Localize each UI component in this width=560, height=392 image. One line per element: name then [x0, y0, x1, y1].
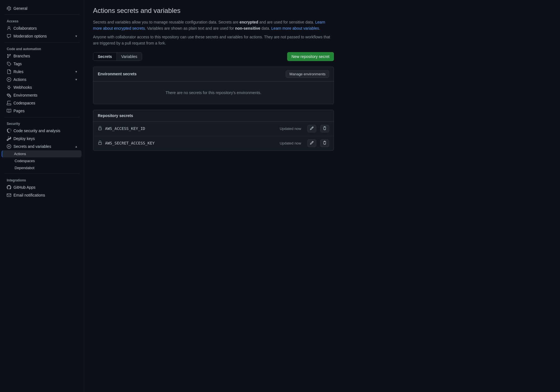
sidebar-item-email-notifications[interactable]: Email notifications: [2, 191, 82, 199]
delete-secret-button[interactable]: [320, 139, 329, 147]
webhook-icon: [7, 85, 11, 90]
learn-more-variables-link[interactable]: Learn more about variables: [271, 26, 319, 31]
edit-secret-button[interactable]: [307, 125, 316, 132]
main-content: Actions secrets and variables Secrets an…: [84, 0, 560, 392]
codespaces-icon: [7, 101, 11, 105]
sidebar-subitem-codespaces[interactable]: Codespaces: [2, 157, 82, 164]
edit-secret-button[interactable]: [307, 139, 316, 147]
sidebar-item-actions[interactable]: Actions ▾: [2, 76, 82, 83]
person-icon: [7, 26, 11, 31]
secrets-list: AWS_ACCESS_KEY_ID Updated now AWS_SECRET…: [93, 122, 334, 150]
mail-icon: [7, 193, 11, 197]
secret-updated: Updated now: [280, 141, 301, 145]
desc1-bold1: encrypted: [240, 20, 258, 24]
sidebar-subitem-dependabot-label: Dependabot: [15, 166, 34, 170]
repository-secrets-title: Repository secrets: [98, 113, 133, 118]
repository-secrets-header: Repository secrets: [93, 110, 334, 122]
environment-secrets-header: Environment secrets Manage environments: [93, 67, 334, 81]
description-1: Secrets and variables allow you to manag…: [93, 19, 334, 32]
sidebar-item-codespaces-label: Codespaces: [13, 101, 35, 105]
description-block: Secrets and variables allow you to manag…: [93, 19, 334, 46]
sidebar-item-moderation-label: Moderation options: [13, 34, 47, 38]
sidebar-subitem-actions-label: Actions: [14, 152, 26, 156]
page-title: Actions secrets and variables: [93, 7, 551, 15]
environment-secrets-empty: There are no secrets for this repository…: [93, 81, 334, 104]
environment-secrets-card: Environment secrets Manage environments …: [93, 67, 334, 104]
sidebar-item-secrets-variables[interactable]: Secrets and variables ▴: [2, 143, 82, 150]
code-automation-section-label: Code and automation: [0, 45, 84, 52]
divider-1: [4, 15, 79, 15]
tag-icon: [7, 62, 11, 66]
sidebar-item-environments-label: Environments: [13, 93, 38, 97]
sidebar-item-deploy-keys[interactable]: Deploy keys: [2, 135, 82, 143]
sidebar-item-collaborators[interactable]: Collaborators: [2, 24, 82, 32]
tab-variables[interactable]: Variables: [117, 53, 142, 60]
sidebar-item-collaborators-label: Collaborators: [13, 26, 37, 31]
secret-row: AWS_ACCESS_KEY_ID Updated now: [93, 122, 334, 136]
secret-row: AWS_SECRET_ACCESS_KEY Updated now: [93, 136, 334, 150]
plus-circle-icon: [7, 144, 11, 149]
sidebar-subitem-codespaces-label: Codespaces: [15, 159, 35, 163]
sidebar-item-tags-label: Tags: [13, 62, 22, 66]
sidebar-item-general[interactable]: General: [2, 4, 82, 12]
key-icon: [7, 136, 11, 141]
desc1-mid2: . Variables are shown as plain text and …: [145, 26, 235, 31]
sidebar-subitem-actions[interactable]: Actions: [2, 150, 82, 157]
branch-icon: [7, 54, 11, 58]
sidebar-item-tags[interactable]: Tags: [2, 60, 82, 68]
sidebar-item-rules[interactable]: Rules ▾: [2, 68, 82, 76]
desc1-period: .: [319, 26, 320, 31]
sidebar-item-general-label: General: [13, 6, 27, 11]
secret-updated: Updated now: [280, 127, 301, 131]
github-icon: [7, 185, 11, 190]
comment-icon: [7, 34, 11, 38]
sidebar-item-code-security-label: Code security and analysis: [13, 129, 60, 133]
secret-name: AWS_ACCESS_KEY_ID: [105, 126, 277, 131]
delete-secret-button[interactable]: [320, 125, 329, 132]
sidebar-item-deploy-keys-label: Deploy keys: [13, 136, 35, 141]
new-repository-secret-button[interactable]: New repository secret: [287, 52, 334, 61]
secrets-variables-chevron-icon: ▴: [75, 144, 77, 148]
desc1-bold2: non-sensitive: [235, 26, 260, 31]
environment-secrets-title: Environment secrets: [98, 72, 137, 76]
lock-icon: [98, 141, 102, 146]
manage-environments-button[interactable]: Manage environments: [286, 70, 329, 78]
tabs-row: Secrets Variables New repository secret: [93, 52, 334, 61]
tabs: Secrets Variables: [93, 52, 142, 61]
security-section-label: Security: [0, 120, 84, 127]
sidebar-item-branches[interactable]: Branches: [2, 52, 82, 60]
sidebar-item-moderation[interactable]: Moderation options ▾: [2, 32, 82, 40]
play-icon: [7, 77, 11, 82]
divider-3: [4, 117, 79, 117]
sidebar-subitem-dependabot[interactable]: Dependabot: [2, 164, 82, 171]
sidebar-item-environments[interactable]: Environments: [2, 91, 82, 99]
integrations-section-label: Integrations: [0, 176, 84, 183]
desc1-start: Secrets and variables allow you to manag…: [93, 20, 240, 24]
divider-2: [4, 42, 79, 43]
description-2: Anyone with collaborator access to this …: [93, 34, 334, 46]
sidebar-item-webhooks-label: Webhooks: [13, 85, 32, 90]
rules-icon: [7, 69, 11, 74]
sidebar-item-actions-label: Actions: [13, 77, 26, 82]
tab-secrets[interactable]: Secrets: [93, 53, 117, 60]
sidebar-item-branches-label: Branches: [13, 54, 30, 58]
sidebar-item-github-apps[interactable]: GitHub Apps: [2, 183, 82, 191]
sidebar-item-pages-label: Pages: [13, 109, 25, 113]
sidebar-item-code-security[interactable]: Code security and analysis: [2, 127, 82, 135]
pages-icon: [7, 109, 11, 113]
environments-icon: [7, 93, 11, 97]
sidebar-item-email-notifications-label: Email notifications: [13, 193, 45, 197]
sidebar: General Access Collaborators Moderation …: [0, 0, 84, 392]
lock-icon: [98, 126, 102, 131]
sidebar-item-codespaces[interactable]: Codespaces: [2, 99, 82, 107]
access-section-label: Access: [0, 17, 84, 24]
moderation-chevron-icon: ▾: [75, 34, 77, 38]
sidebar-item-webhooks[interactable]: Webhooks: [2, 83, 82, 91]
sidebar-item-rules-label: Rules: [13, 69, 24, 74]
gear-icon: [7, 6, 11, 11]
sidebar-item-github-apps-label: GitHub Apps: [13, 185, 36, 190]
sidebar-item-pages[interactable]: Pages: [2, 107, 82, 115]
divider-4: [4, 174, 79, 174]
rules-chevron-icon: ▾: [75, 70, 77, 74]
desc1-end: data.: [260, 26, 271, 31]
